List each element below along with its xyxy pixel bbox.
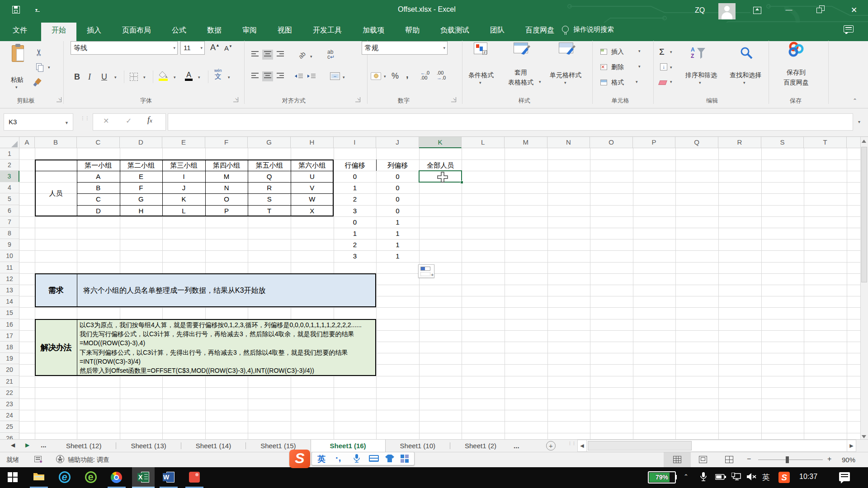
row-header-10[interactable]: 10 [0,250,19,262]
cell-J3[interactable]: 0 [376,171,419,182]
ribbon-tab-5[interactable]: 审阅 [232,23,267,37]
spreadsheet-grid[interactable]: ABCDEFGHIJKLMNOPQRST12345678910111213141… [0,137,868,439]
ribbon-tab-8[interactable]: 加载项 [352,23,395,37]
column-header-D[interactable]: D [120,137,163,148]
cell-C2[interactable]: 第一小组 [77,160,120,171]
paste-button[interactable]: 粘贴 ▾ [4,43,31,94]
format-as-table-button[interactable]: 套用 [496,69,546,77]
sogou-keyboard-icon[interactable] [369,455,379,462]
view-page-break-button[interactable] [725,456,733,463]
row-header-23[interactable]: 23 [0,399,19,410]
view-page-layout-button[interactable] [699,456,707,463]
column-header-M[interactable]: M [505,137,547,148]
align-bottom-icon[interactable] [275,50,286,60]
excel-icon[interactable]: X [132,467,154,487]
sogou-toolbox-icon[interactable] [401,455,409,463]
fill-handle[interactable] [460,181,463,184]
italic-button[interactable]: I [88,72,91,82]
cell-J10[interactable]: 1 [376,250,419,262]
cell-E2[interactable]: 第三小组 [162,160,205,171]
increase-indent-icon[interactable] [307,73,316,80]
bold-button[interactable]: B [74,72,80,82]
paste-options-button[interactable]: + [418,264,434,278]
align-left-icon[interactable] [250,71,260,81]
clear-icon[interactable] [658,80,667,85]
hscroll-right-icon[interactable]: ▶ [847,440,856,452]
font-dialog-launcher[interactable]: ↘ [233,97,238,102]
row-header-7[interactable]: 7 [0,216,19,228]
wrap-text-icon[interactable]: abc↵ [327,50,335,60]
row-header-17[interactable]: 17 [0,330,19,342]
zoom-slider-track[interactable] [758,460,823,460]
cell-E6[interactable]: L [162,205,205,216]
cell-C3[interactable]: A [77,171,120,182]
cell-H2[interactable]: 第六小组 [291,160,334,171]
vscroll-down-icon[interactable] [862,435,866,438]
cell-D3[interactable]: E [120,171,163,182]
tray-network-icon[interactable] [731,473,741,481]
sort-filter-button[interactable]: 排序和筛选 [676,71,726,80]
ribbon-tab-10[interactable]: 负载测试 [430,23,480,37]
cell-C4[interactable]: B [77,182,120,193]
row-header-22[interactable]: 22 [0,387,19,399]
zoom-slider-thumb[interactable] [786,456,789,463]
comments-icon[interactable] [844,25,854,33]
cut-icon[interactable]: ✂ [33,49,44,56]
phonetic-guide-icon[interactable]: wén 文 [214,69,222,80]
align-center-icon[interactable] [262,71,273,81]
sheet-tab-7[interactable]: Sheet1 (2) [450,440,511,452]
ribbon-tab-6[interactable]: 视图 [267,23,302,37]
start-button[interactable] [2,467,23,487]
cell-D2[interactable]: 第二小组 [120,160,163,171]
accounting-format-icon[interactable] [371,72,381,80]
cell-H6[interactable]: X [291,205,334,216]
column-header-F[interactable]: F [205,137,248,148]
row-header-3[interactable]: 3 [0,171,19,182]
percent-icon[interactable]: % [392,71,399,81]
cell-I8[interactable]: 1 [334,228,377,239]
row-header-8[interactable]: 8 [0,228,19,239]
row-header-18[interactable]: 18 [0,342,19,353]
zoom-out-icon[interactable]: − [747,455,751,463]
cell-F2[interactable]: 第四小组 [205,160,248,171]
decrease-decimal-icon[interactable]: .00→.0 [437,70,446,80]
row-header-19[interactable]: 19 [0,353,19,364]
cell-E3[interactable]: I [162,171,205,182]
tray-volume-muted-icon[interactable] [747,473,757,481]
browser-360-icon[interactable]: e [80,467,101,487]
sheet-tab-6[interactable]: Sheet1 (10) [386,440,450,452]
column-header-T[interactable]: T [804,137,847,148]
row-header-20[interactable]: 20 [0,364,19,375]
align-middle-icon[interactable] [262,50,273,60]
column-header-E[interactable]: E [162,137,205,148]
name-box[interactable]: K3 [4,113,73,131]
clipboard-dialog-launcher[interactable]: ↘ [57,97,61,102]
cell-J5[interactable]: 0 [376,193,419,205]
fill-icon[interactable]: ↓ [660,63,667,70]
row-header-26[interactable]: 26 [0,433,19,439]
ribbon-tab-7[interactable]: 开发工具 [302,23,352,37]
user-initials[interactable]: ZQ [695,6,705,14]
column-header-B[interactable]: B [35,137,77,148]
insert-cells-button[interactable]: 插入 [611,48,624,56]
font-color-icon[interactable]: A [185,71,193,81]
view-normal-button[interactable] [664,452,691,467]
sheet-tab-3[interactable]: Sheet1 (14) [181,440,245,452]
zoom-in-icon[interactable]: + [827,455,831,463]
name-box-dropdown-icon[interactable]: ▼ [65,121,69,125]
vscroll-thumb[interactable] [861,147,867,282]
cell-C6[interactable]: D [77,205,120,216]
ribbon-tab-12[interactable]: 百度网盘 [515,23,565,37]
cell-I2[interactable]: 行偏移 [334,160,377,171]
ribbon-tab-2[interactable]: 页面布局 [112,23,161,37]
cell-F6[interactable]: P [205,205,248,216]
column-header-P[interactable]: P [633,137,676,148]
cell-F4[interactable]: N [205,182,248,193]
comma-icon[interactable]: , [406,70,409,80]
ribbon-tab-4[interactable]: 数据 [197,23,232,37]
tray-expand-icon[interactable]: ⌃ [684,473,689,480]
row-header-5[interactable]: 5 [0,193,19,205]
cell-H4[interactable]: V [291,182,334,193]
sogou-punct-icon[interactable]: ·, [335,453,341,463]
cell-I5[interactable]: 2 [334,193,377,205]
